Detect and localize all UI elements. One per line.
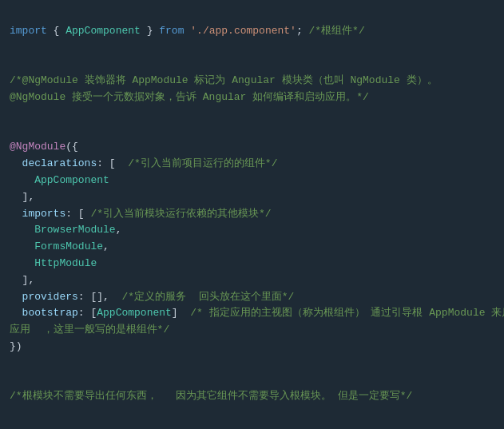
line-imports: imports: [ /*引入当前模块运行依赖的其他模块*/: [10, 208, 272, 220]
line-httpmodule: HttpModule: [10, 257, 97, 269]
line-import: import { AppComponent } from './app.comp…: [10, 25, 365, 37]
line-declarations-close: ],: [10, 191, 34, 203]
line-declarations: declarations: [ /*引入当前项目运行的的组件*/: [10, 157, 277, 169]
line-decorator: @NgModule({: [10, 141, 78, 153]
line-imports-close: ],: [10, 274, 34, 286]
line-appcomponent: AppComponent: [10, 174, 109, 186]
line-browsermodule: BrowserModule,: [10, 224, 121, 236]
line-bootstrap: bootstrap: [AppComponent] /* 指定应用的主视图（称为…: [10, 307, 504, 319]
line-providers: providers: [], /*定义的服务 回头放在这个里面*/: [10, 291, 294, 303]
line-close: }): [10, 340, 22, 352]
line-comment1: /*@NgModule 装饰器将 AppModule 标记为 Angular 模…: [10, 74, 438, 86]
line-bootstrap-comment: 应用 ，这里一般写的是根组件*/: [10, 324, 169, 336]
code-editor: import { AppComponent } from './app.comp…: [10, 6, 494, 429]
line-formsmodule: FormsModule,: [10, 240, 109, 252]
line-comment2: @NgModule 接受一个元数据对象，告诉 Angular 如何编译和启动应用…: [10, 91, 369, 103]
line-root-comment: /*根模块不需要导出任何东西， 因为其它组件不需要导入根模块。 但是一定要写*/: [10, 390, 412, 402]
